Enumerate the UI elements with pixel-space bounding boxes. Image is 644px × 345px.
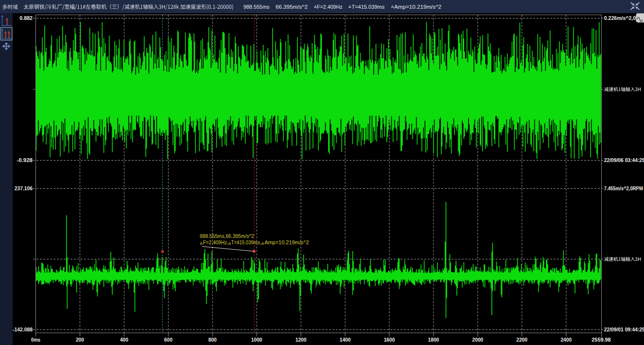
svg-text:237.106: 237.106 <box>15 185 33 191</box>
svg-text:600: 600 <box>164 337 173 343</box>
svg-text:2200: 2200 <box>516 337 527 343</box>
svg-text:1800: 1800 <box>428 337 439 343</box>
svg-text:T=415.039ms,: T=415.039ms, <box>231 239 261 245</box>
svg-text:22/09/01 09:44:25: 22/09/01 09:44:25 <box>604 327 644 332</box>
svg-text:F=2.409Hz,: F=2.409Hz, <box>203 239 228 245</box>
svg-text:1400: 1400 <box>340 337 351 343</box>
svg-text:Amp=10.219m/s^2: Amp=10.219m/s^2 <box>394 4 441 10</box>
svg-text:200: 200 <box>76 337 84 343</box>
svg-text:1000: 1000 <box>251 337 262 343</box>
svg-text:2400: 2400 <box>560 337 572 343</box>
svg-text:T=415.039ms: T=415.039ms <box>351 4 384 10</box>
svg-text:800: 800 <box>209 337 217 343</box>
svg-text:7.455m/s^2,0RPM: 7.455m/s^2,0RPM <box>604 186 643 191</box>
svg-text:66.395m/s^2: 66.395m/s^2 <box>276 4 308 10</box>
svg-text:2000: 2000 <box>472 337 484 343</box>
svg-text:0ms: 0ms <box>31 337 40 343</box>
svg-text:-0.928: -0.928 <box>17 157 33 163</box>
svg-text:F=2.409Hz: F=2.409Hz <box>317 4 343 10</box>
svg-text:988.555ms,66.395m/s^2: 988.555ms,66.395m/s^2 <box>200 233 254 239</box>
svg-text:0.882: 0.882 <box>19 15 33 21</box>
svg-text:988.555ms: 988.555ms <box>244 4 270 10</box>
svg-text:400: 400 <box>120 337 128 343</box>
svg-text:1200: 1200 <box>296 337 307 343</box>
svg-text:22/09/06 03:44:25: 22/09/06 03:44:25 <box>604 158 644 163</box>
svg-text:2559.98: 2559.98 <box>592 337 611 343</box>
svg-text:1600: 1600 <box>384 337 395 343</box>
svg-text:Amp=10.219m/s^2: Amp=10.219m/s^2 <box>264 239 309 245</box>
svg-text:-142.088: -142.088 <box>13 327 33 332</box>
